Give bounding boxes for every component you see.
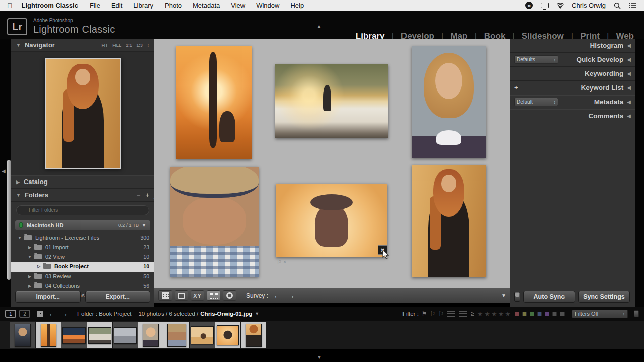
photo-blonde-portrait[interactable]: [412, 46, 486, 158]
edit-filter-icon[interactable]: [447, 311, 455, 317]
filmstrip-thumb-4[interactable]: [87, 322, 112, 348]
survey-view-button[interactable]: [207, 290, 220, 301]
control-center-icon[interactable]: [628, 2, 637, 9]
left-panel-scrollbar[interactable]: [7, 160, 11, 280]
folder-row-selected[interactable]: ▷ Book Project 10: [11, 262, 154, 272]
folder-row[interactable]: ▶ 01 Import 23: [11, 243, 154, 252]
photo-hat-woman-sunset[interactable]: [276, 184, 387, 257]
navigator-preview-image[interactable]: [45, 58, 121, 169]
edit-filter-off-icon[interactable]: [459, 311, 467, 317]
creative-cloud-icon[interactable]: ∞: [525, 2, 533, 9]
disclosure-triangle-icon[interactable]: ▶: [16, 179, 20, 185]
disclosure-triangle-icon[interactable]: ▶: [27, 274, 32, 279]
menu-app[interactable]: Lightroom Classic: [22, 2, 78, 9]
filmstrip-thumb-3[interactable]: [61, 322, 87, 348]
navigator-header[interactable]: ▼ Navigator FIT FILL 1:1 1:3 ↕: [11, 39, 154, 52]
zoom-fit[interactable]: FIT: [101, 43, 108, 48]
collapse-caret-icon[interactable]: ◀: [627, 113, 631, 119]
filter-folders-input[interactable]: [16, 205, 149, 215]
filter-enable-switch[interactable]: [634, 310, 639, 317]
user-name[interactable]: Chris Orwig: [572, 2, 606, 9]
main-monitor-button[interactable]: 1: [5, 310, 16, 318]
rating-operator[interactable]: ≥: [471, 310, 474, 317]
folder-row[interactable]: ▶ 03 Review 50: [11, 272, 154, 281]
filters-preset-dropdown[interactable]: Filters Off ↕: [572, 310, 628, 318]
comments-section-header[interactable]: Comments ◀: [510, 109, 635, 123]
folders-plus-button[interactable]: +: [145, 191, 149, 199]
filmstrip-thumb-9[interactable]: [215, 322, 240, 348]
menu-window[interactable]: Window: [256, 2, 279, 9]
disclosure-triangle-icon[interactable]: ▼: [17, 236, 22, 240]
disclosure-triangle-icon[interactable]: ▼: [27, 255, 32, 259]
toolbar-options-dropdown-icon[interactable]: ▼: [501, 293, 506, 298]
folder-row[interactable]: ▶ 04 Collections 56: [11, 281, 154, 291]
color-label-red[interactable]: [515, 312, 519, 316]
collapse-left-panel-icon[interactable]: ◀: [2, 168, 6, 174]
photo-surfboard-sunset[interactable]: [176, 46, 252, 159]
filmstrip-thumb-2[interactable]: [36, 322, 61, 348]
menu-metadata[interactable]: Metadata: [193, 2, 220, 9]
menu-edit[interactable]: Edit: [111, 2, 122, 9]
star-rating-filter[interactable]: ★★★★★: [477, 310, 512, 318]
flag-icon[interactable]: ⚐: [277, 259, 282, 265]
source-folder-label[interactable]: Folder : Book Project: [77, 311, 131, 317]
star-rating-dots[interactable]: ·····: [286, 260, 387, 264]
collapse-caret-icon[interactable]: ◀: [627, 71, 631, 76]
loupe-view-button[interactable]: [175, 290, 188, 301]
disclosure-triangle-icon[interactable]: ▷: [36, 264, 41, 269]
import-button[interactable]: Import...: [15, 291, 81, 303]
color-label-blue[interactable]: [537, 312, 542, 316]
menu-help[interactable]: Help: [290, 2, 304, 9]
previous-photo-arrow[interactable]: ←: [273, 291, 282, 301]
search-icon[interactable]: [613, 2, 621, 9]
zoom-ratio[interactable]: 1:3: [136, 43, 142, 48]
display-icon[interactable]: [540, 2, 549, 9]
next-photo-arrow[interactable]: →: [287, 291, 295, 301]
zoom-updown-icon[interactable]: ↕: [147, 43, 149, 48]
filmstrip-thumb-10[interactable]: [241, 322, 266, 348]
rejected-filter-icon[interactable]: ⚐: [438, 310, 444, 317]
saved-preset-dropdown[interactable]: Defaults ↕: [514, 55, 558, 64]
unflagged-filter-icon[interactable]: ⚐: [430, 310, 436, 317]
go-forward-arrow[interactable]: →: [60, 309, 68, 318]
collapse-bottom-panel-icon[interactable]: ▼: [317, 354, 322, 360]
compare-view-button[interactable]: XY: [191, 290, 204, 301]
collapse-caret-icon[interactable]: ◀: [627, 43, 631, 48]
wifi-icon[interactable]: [556, 2, 565, 9]
filename-dropdown-icon[interactable]: ▼: [255, 311, 259, 316]
color-label-yellow[interactable]: [522, 312, 527, 316]
grid-view-button[interactable]: [158, 290, 172, 301]
keyword-list-section-header[interactable]: + Keyword List ◀: [510, 81, 635, 95]
photo-man-convertible[interactable]: [275, 64, 388, 138]
disclosure-triangle-icon[interactable]: ▼: [142, 223, 146, 228]
volume-browser[interactable]: Macintosh HD 0.2 / 1 TB ▼: [15, 220, 150, 230]
histogram-section-header[interactable]: Histogram ◀: [510, 39, 635, 53]
menu-photo[interactable]: Photo: [165, 2, 182, 9]
quick-develop-section-header[interactable]: Defaults ↕ Quick Develop ◀: [510, 53, 635, 67]
sync-settings-button[interactable]: Sync Settings: [578, 291, 630, 303]
photo-redhead-portrait[interactable]: [412, 165, 486, 277]
disclosure-triangle-icon[interactable]: ▶: [27, 284, 32, 288]
color-label-custom[interactable]: [552, 312, 557, 316]
export-button[interactable]: Export...: [85, 291, 151, 303]
filmstrip-thumb-5[interactable]: [113, 322, 138, 348]
collapse-caret-icon[interactable]: ◀: [627, 57, 631, 62]
apple-menu-icon[interactable]: : [7, 2, 13, 10]
metadata-section-header[interactable]: Default ↕ Metadata ◀: [510, 95, 635, 109]
menu-file[interactable]: File: [90, 2, 100, 9]
color-label-purple[interactable]: [545, 312, 549, 316]
second-monitor-button[interactable]: 2: [19, 310, 30, 318]
filmstrip-thumb-8[interactable]: [190, 322, 215, 348]
collapse-top-panel-icon[interactable]: ▲: [317, 24, 321, 29]
color-label-none[interactable]: [560, 312, 565, 316]
collapse-caret-icon[interactable]: ◀: [627, 85, 631, 90]
keywording-section-header[interactable]: Keywording ◀: [510, 67, 635, 81]
active-filename[interactable]: Chris-Orwig-01.jpg: [200, 311, 252, 317]
auto-sync-button[interactable]: Auto Sync: [523, 291, 575, 303]
menu-view[interactable]: View: [231, 2, 245, 9]
filmstrip-thumb-1[interactable]: [10, 322, 35, 348]
menu-library[interactable]: Library: [133, 2, 153, 9]
go-back-arrow[interactable]: ←: [48, 309, 56, 318]
catalog-header[interactable]: ▶ Catalog: [11, 175, 154, 189]
disclosure-triangle-icon[interactable]: ▶: [27, 245, 32, 250]
